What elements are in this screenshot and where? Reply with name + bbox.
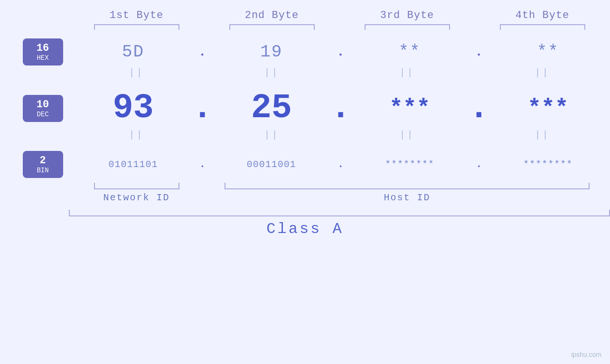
class-bracket-line xyxy=(69,210,610,216)
hex-badge: 16 HEX xyxy=(23,38,63,65)
hex-b2: 19 xyxy=(209,42,333,62)
bracket-byte1 xyxy=(69,24,204,30)
dec-row: 10 DEC 93 . 25 . *** . *** xyxy=(0,89,610,128)
hex-val-b1: 5D xyxy=(122,42,144,62)
bottom-section: Network ID Host ID xyxy=(0,183,610,203)
network-id-section: Network ID xyxy=(69,183,204,203)
bin-number: 2 xyxy=(29,155,56,167)
top-bracket-row xyxy=(0,24,610,30)
dec-val-b1: 93 xyxy=(113,89,153,128)
bin-val-b1: 01011101 xyxy=(109,159,158,170)
hex-name: HEX xyxy=(29,54,56,62)
dec-val-b2: 25 xyxy=(251,89,292,128)
main-container: 1st Byte 2nd Byte 3rd Byte 4th Byte 16 H… xyxy=(0,0,610,364)
hex-val-b3: ** xyxy=(399,42,421,62)
bin-label: 2 BIN xyxy=(14,151,71,178)
separator-row-1: || || || || xyxy=(0,67,610,78)
bin-values: 01011101 . 00011001 . ******** . *******… xyxy=(71,159,610,170)
dec-dot1: . xyxy=(195,89,209,128)
dec-dot2: . xyxy=(334,89,348,128)
class-bracket-row xyxy=(0,210,610,216)
watermark: ipshu.com xyxy=(571,351,601,358)
hex-dot3: . xyxy=(472,45,486,59)
dec-b4: *** xyxy=(486,95,610,121)
hex-row: 16 HEX 5D . 19 . ** . ** xyxy=(0,38,610,65)
dec-b3: *** xyxy=(348,95,472,121)
bin-b2: 00011001 xyxy=(209,159,333,170)
byte3-header: 3rd Byte xyxy=(339,9,475,21)
bin-badge: 2 BIN xyxy=(23,151,63,178)
network-bracket-line xyxy=(94,183,179,189)
hex-b4: ** xyxy=(486,42,610,62)
hex-val-b4: ** xyxy=(537,42,559,62)
dec-values: 93 . 25 . *** . *** xyxy=(71,89,610,128)
byte2-header: 2nd Byte xyxy=(204,9,339,21)
bracket-line-byte2 xyxy=(229,24,315,30)
dec-val-b4: *** xyxy=(527,95,568,121)
byte-headers: 1st Byte 2nd Byte 3rd Byte 4th Byte xyxy=(0,9,610,21)
dec-val-b3: *** xyxy=(389,95,430,121)
bracket-line-byte1 xyxy=(94,24,179,30)
hex-label: 16 HEX xyxy=(14,38,71,65)
network-id-label: Network ID xyxy=(103,192,169,203)
hex-val-b2: 19 xyxy=(260,42,282,62)
bracket-line-byte3 xyxy=(365,24,450,30)
bracket-byte4 xyxy=(475,24,610,30)
hex-b1: 5D xyxy=(71,42,195,62)
dec-badge: 10 DEC xyxy=(23,95,63,122)
hex-number: 16 xyxy=(29,42,56,54)
hex-b3: ** xyxy=(348,42,472,62)
dec-b2: 25 xyxy=(209,89,333,128)
hex-dot2: . xyxy=(334,45,348,59)
hex-dot1: . xyxy=(195,45,209,59)
host-id-label: Host ID xyxy=(384,192,430,203)
host-id-section: Host ID xyxy=(204,183,610,203)
bin-dot2: . xyxy=(334,159,348,170)
bin-b3: ******** xyxy=(348,159,472,170)
bracket-byte3 xyxy=(339,24,475,30)
dec-label: 10 DEC xyxy=(14,95,71,122)
bin-val-b3: ******** xyxy=(385,159,434,170)
bin-val-b4: ******** xyxy=(523,159,572,170)
bin-dot3: . xyxy=(472,159,486,170)
bin-row: 2 BIN 01011101 . 00011001 . ******** . xyxy=(0,151,610,178)
class-row: Class A xyxy=(0,220,610,238)
bin-b1: 01011101 xyxy=(71,159,195,170)
bin-b4: ******** xyxy=(486,159,610,170)
bin-name: BIN xyxy=(29,167,56,174)
bracket-line-byte4 xyxy=(500,24,585,30)
separator-row-2: || || || || xyxy=(0,130,610,140)
bin-val-b2: 00011001 xyxy=(247,159,296,170)
class-label: Class A xyxy=(266,220,343,238)
dec-b1: 93 xyxy=(71,89,195,128)
bracket-byte2 xyxy=(204,24,339,30)
bin-dot1: . xyxy=(195,159,209,170)
byte4-header: 4th Byte xyxy=(475,9,610,21)
hex-values: 5D . 19 . ** . ** xyxy=(71,42,610,62)
dec-number: 10 xyxy=(29,99,56,111)
byte1-header: 1st Byte xyxy=(69,9,204,21)
dec-name: DEC xyxy=(29,111,56,118)
host-bracket-line xyxy=(225,183,590,189)
dec-dot3: . xyxy=(472,89,486,128)
